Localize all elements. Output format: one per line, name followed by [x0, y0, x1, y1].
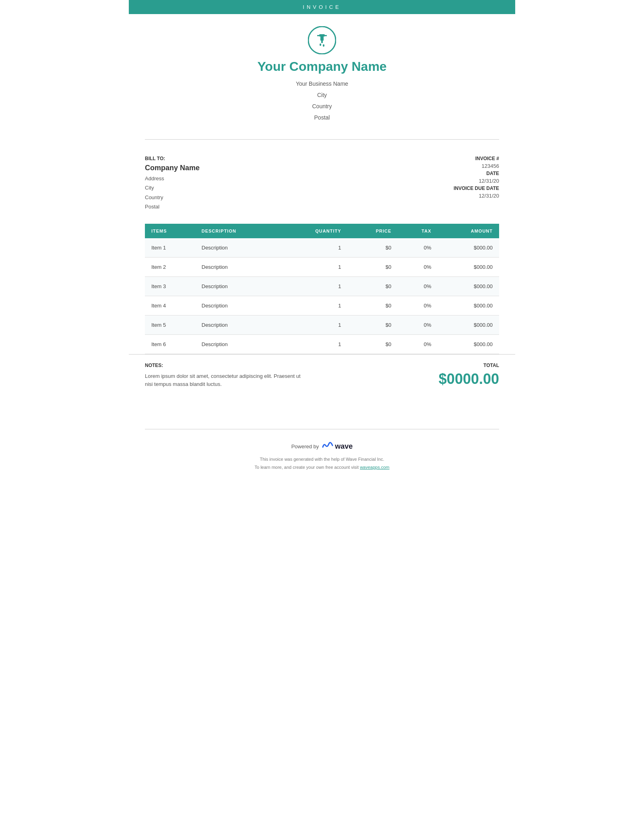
notes-total-section: NOTES: Lorem ipsum dolor sit amet, conse… — [129, 354, 515, 393]
table-row: Item 6 Description 1 $0 0% $000.00 — [145, 334, 499, 354]
col-header-tax: TAX — [398, 224, 438, 238]
col-header-amount: AMOUNT — [438, 224, 499, 238]
cell-description: Description — [195, 238, 279, 258]
due-date-label: INVOICE DUE DATE — [454, 186, 499, 191]
bill-to-label: BILL TO: — [145, 156, 200, 161]
powered-by-text: Powered by — [291, 443, 319, 449]
notes-area: NOTES: Lorem ipsum dolor sit amet, conse… — [145, 363, 419, 389]
company-postal: Postal — [137, 112, 507, 123]
company-business-name: Your Business Name — [137, 78, 507, 89]
cell-price: $0 — [348, 276, 398, 296]
cell-item: Item 4 — [145, 296, 195, 315]
table-row: Item 2 Description 1 $0 0% $000.00 — [145, 257, 499, 276]
cell-item: Item 2 — [145, 257, 195, 276]
invoice-meta-block: INVOICE # 123456 DATE 12/31/20 INVOICE D… — [454, 156, 499, 212]
svg-rect-5 — [321, 41, 323, 43]
table-row: Item 3 Description 1 $0 0% $000.00 — [145, 276, 499, 296]
footer-divider — [145, 429, 499, 429]
cell-item: Item 5 — [145, 315, 195, 334]
cell-price: $0 — [348, 238, 398, 258]
table-header: ITEMS DESCRIPTION QUANTITY PRICE TAX AMO… — [145, 224, 499, 238]
footer-note-line1: This invoice was generated with the help… — [145, 456, 499, 464]
date-label-row: DATE — [454, 171, 499, 176]
cell-quantity: 1 — [279, 334, 348, 354]
cell-description: Description — [195, 276, 279, 296]
cell-tax: 0% — [398, 296, 438, 315]
wave-link[interactable]: waveapps.com — [360, 465, 389, 470]
due-date-value: 12/31/20 — [479, 193, 499, 199]
cell-amount: $000.00 — [438, 238, 499, 258]
cell-price: $0 — [348, 315, 398, 334]
powered-by-block: Powered by wave — [145, 441, 499, 452]
invoice-number-value: 123456 — [482, 163, 499, 169]
company-name: Your Company Name — [137, 59, 507, 74]
cell-amount: $000.00 — [438, 334, 499, 354]
cell-tax: 0% — [398, 257, 438, 276]
bottom-spacer — [129, 393, 515, 417]
col-header-price: PRICE — [348, 224, 398, 238]
company-section: Your Company Name Your Business Name Cit… — [129, 14, 515, 131]
table-row: Item 4 Description 1 $0 0% $000.00 — [145, 296, 499, 315]
client-country: Country — [145, 193, 200, 202]
company-country: Country — [137, 101, 507, 112]
total-amount: $0000.00 — [419, 371, 499, 388]
svg-rect-4 — [325, 35, 327, 36]
items-table: ITEMS DESCRIPTION QUANTITY PRICE TAX AMO… — [145, 224, 499, 354]
billing-section: BILL TO: Company Name Address City Count… — [129, 148, 515, 220]
date-value: 12/31/20 — [479, 178, 499, 184]
footer-note: This invoice was generated with the help… — [145, 456, 499, 472]
date-label: DATE — [486, 171, 499, 176]
col-header-items: ITEMS — [145, 224, 195, 238]
footer-note-line2: To learn more, and create your own free … — [145, 464, 499, 472]
cell-price: $0 — [348, 296, 398, 315]
client-city: City — [145, 183, 200, 192]
bill-to-block: BILL TO: Company Name Address City Count… — [145, 156, 200, 212]
cell-amount: $000.00 — [438, 315, 499, 334]
invoice-number-label: INVOICE # — [475, 156, 499, 161]
cell-quantity: 1 — [279, 315, 348, 334]
cell-item: Item 1 — [145, 238, 195, 258]
cell-quantity: 1 — [279, 257, 348, 276]
cell-tax: 0% — [398, 334, 438, 354]
cell-description: Description — [195, 315, 279, 334]
table-header-row: ITEMS DESCRIPTION QUANTITY PRICE TAX AMO… — [145, 224, 499, 238]
table-row: Item 5 Description 1 $0 0% $000.00 — [145, 315, 499, 334]
cell-quantity: 1 — [279, 238, 348, 258]
due-date-label-row: INVOICE DUE DATE — [454, 186, 499, 191]
cell-quantity: 1 — [279, 276, 348, 296]
cell-tax: 0% — [398, 238, 438, 258]
company-city: City — [137, 89, 507, 101]
table-row: Item 1 Description 1 $0 0% $000.00 — [145, 238, 499, 258]
client-postal: Postal — [145, 202, 200, 211]
invoice-title: INVOICE — [303, 4, 341, 10]
table-body: Item 1 Description 1 $0 0% $000.00 Item … — [145, 238, 499, 354]
company-details: Your Business Name City Country Postal — [137, 78, 507, 123]
wave-icon — [322, 441, 333, 452]
cell-amount: $000.00 — [438, 276, 499, 296]
cell-amount: $000.00 — [438, 257, 499, 276]
invoice-number-value-row: 123456 — [454, 163, 499, 169]
wave-brand-text: wave — [335, 442, 353, 451]
date-value-row: 12/31/20 — [454, 178, 499, 184]
svg-point-7 — [323, 44, 324, 47]
due-date-value-row: 12/31/20 — [454, 193, 499, 199]
footer: Powered by wave This invoice was generat… — [129, 437, 515, 484]
notes-label: NOTES: — [145, 363, 402, 368]
total-label: TOTAL — [419, 363, 499, 368]
col-header-description: DESCRIPTION — [195, 224, 279, 238]
cell-item: Item 3 — [145, 276, 195, 296]
total-area: TOTAL $0000.00 — [419, 363, 499, 389]
cell-amount: $000.00 — [438, 296, 499, 315]
notes-text: Lorem ipsum dolor sit amet, consectetur … — [145, 372, 306, 389]
col-header-quantity: QUANTITY — [279, 224, 348, 238]
svg-rect-3 — [317, 35, 319, 36]
wave-logo: wave — [322, 441, 353, 452]
company-logo — [308, 26, 336, 54]
items-table-container: ITEMS DESCRIPTION QUANTITY PRICE TAX AMO… — [129, 224, 515, 354]
cell-price: $0 — [348, 334, 398, 354]
svg-rect-1 — [319, 34, 325, 37]
cell-item: Item 6 — [145, 334, 195, 354]
cell-tax: 0% — [398, 315, 438, 334]
client-address: Address — [145, 174, 200, 183]
cell-tax: 0% — [398, 276, 438, 296]
